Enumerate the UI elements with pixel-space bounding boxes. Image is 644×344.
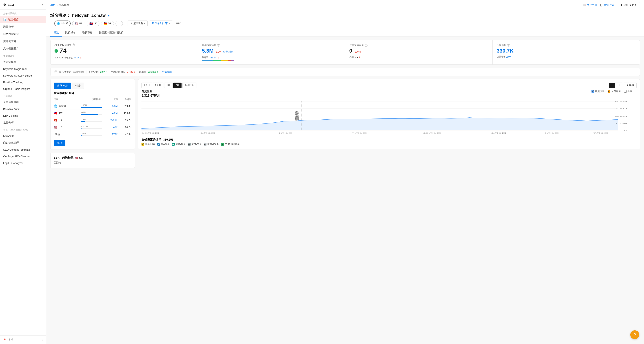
semrush-rank-value: 51.1K xyxy=(74,56,79,59)
backlinks-info-icon[interactable]: ? xyxy=(507,44,510,47)
sidebar-section-competitive: 竞争对手研究 xyxy=(0,10,46,16)
engagement-sep2: | xyxy=(108,70,109,74)
sidebar-item-backlink-analysis[interactable]: 反向链接分析 xyxy=(0,99,46,106)
chart-main-title: 自然流量 xyxy=(142,90,160,93)
kw-serp-checkbox[interactable] xyxy=(221,143,224,146)
manual-button[interactable]: 📖 用户手册 xyxy=(582,3,597,7)
sidebar-item-keyword-strategy[interactable]: Keyword Strategy Builder xyxy=(0,72,46,79)
sidebar-item-traffic-analysis[interactable]: 流量分析 xyxy=(0,23,46,31)
sidebar-item-domain-overview[interactable]: 📊 域名概览 xyxy=(0,16,46,23)
compare-button[interactable]: 比较 xyxy=(54,140,66,146)
sidebar-item-on-page-checker[interactable]: On Page SEO Checker xyxy=(0,153,46,160)
chart-export-button[interactable]: ⬆ 导出 xyxy=(624,83,636,88)
table-row: 🇺🇸 US <0.1% 45K 24.2K xyxy=(54,124,132,131)
filter-world-button[interactable]: 🌐 全世界 xyxy=(54,21,71,26)
ratio-cell-world: 100% xyxy=(81,104,104,108)
view-month-button[interactable]: 月 xyxy=(615,83,622,88)
sidebar-item-organic-research[interactable]: 自然搜索研究 xyxy=(0,31,46,38)
export-pdf-button[interactable]: ⬆ 导出成 PDF xyxy=(618,2,640,8)
sidebar-item-link-building[interactable]: Link Building xyxy=(0,112,46,119)
sidebar-item-keyword-gap[interactable]: 关键词差异 xyxy=(0,38,46,45)
date-filter-button[interactable]: 2024年9月17日 ▾ xyxy=(149,21,173,26)
sidebar-item-keyword-magic[interactable]: Keyword Magic Tool xyxy=(0,66,46,72)
paid-traffic-label: 付费搜索流量 ? xyxy=(349,44,488,47)
legend-organic-checkbox[interactable] xyxy=(592,90,594,93)
legend-paid-checkbox[interactable] xyxy=(608,90,610,93)
kw-4to10-checkbox[interactable] xyxy=(158,143,160,146)
sidebar-item-bulk-analysis[interactable]: 批量分析 xyxy=(0,119,46,126)
tab-compare-domains[interactable]: 比较域名 xyxy=(62,29,79,37)
tab-by-country[interactable]: 按国家/地区进行比较 xyxy=(96,29,126,37)
time-1year[interactable]: 1年 xyxy=(164,83,172,88)
sidebar-item-merchant-info[interactable]: 商家信息管理 xyxy=(0,139,46,146)
sidebar-local-item[interactable]: 📍 本地 › xyxy=(0,335,46,344)
legend-notes-checkbox[interactable] xyxy=(624,90,627,93)
sidebar-item-backlink-audit[interactable]: Backlink Audit xyxy=(0,106,46,112)
svg-text:3.2M: 3.2M xyxy=(615,115,627,117)
legend-notes[interactable]: 备注 xyxy=(624,90,632,93)
seo-logo-icon: ⚙ xyxy=(3,3,6,7)
time-all[interactable]: 全部时间 xyxy=(182,83,196,88)
lower-grid: 自然搜索 付费 按国家/地区划分 国家 流量比例 流量 关键词 🌐 xyxy=(50,79,640,171)
kw-legend-top3[interactable]: 排名前3名 xyxy=(142,143,155,146)
time-6months[interactable]: 6个月 xyxy=(153,83,164,88)
kw-51to100-checkbox[interactable] xyxy=(204,143,206,146)
table-row: 🇭🇰 HK 16% 858.1K 55.7K xyxy=(54,117,132,124)
time-2years[interactable]: 2年 xyxy=(173,83,182,88)
filter-uk-button[interactable]: 🇬🇧 UK xyxy=(87,21,100,26)
breadcrumb-parent[interactable]: 项目 xyxy=(50,3,56,7)
help-button[interactable]: ? xyxy=(630,330,639,339)
de-flag: 🇩🇪 xyxy=(104,22,107,25)
tab-growth-review[interactable]: 增长审核 xyxy=(79,29,96,37)
serp-card: SERP 精选结果 🇺🇸 US 23% xyxy=(50,153,135,168)
tab-organic-search[interactable]: 自然搜索 xyxy=(54,83,71,89)
kw-top3-checkbox[interactable] xyxy=(142,143,144,146)
time-1month[interactable]: 1个月 xyxy=(142,83,152,88)
sidebar-item-seo-content-template[interactable]: SEO Content Template xyxy=(0,146,46,153)
sidebar-item-position-tracking[interactable]: Position Tracking xyxy=(0,79,46,86)
sidebar-local-label: 本地 xyxy=(8,338,13,341)
sidebar-item-organic-insights[interactable]: Organic Traffic Insights xyxy=(0,86,46,92)
traffic-cell-other: 178K xyxy=(104,133,118,136)
keywords-cell-tw: 196.8K xyxy=(118,112,132,115)
sidebar-item-backlink-gap[interactable]: 反向链接差异 xyxy=(0,45,46,52)
paid-info-icon[interactable]: ? xyxy=(365,44,368,47)
sidebar-item-keyword-overview[interactable]: 关键词概览 xyxy=(0,58,46,66)
organic-detail-link[interactable]: 查看详情 xyxy=(223,50,233,54)
sidebar-header[interactable]: ⚙ SEO ▾ xyxy=(0,0,46,10)
tab-paid-search[interactable]: 付费 xyxy=(72,83,84,89)
device-filter-button[interactable]: 🖥 桌面设备 ▾ xyxy=(128,21,148,26)
kw-11to20-checkbox[interactable] xyxy=(172,143,175,146)
kw-legend-4to10[interactable]: 第4-10名 xyxy=(158,143,170,146)
show-all-link[interactable]: 全部显示 xyxy=(162,70,172,74)
view-export-controls: 天 月 ⬆ 导出 xyxy=(608,83,636,88)
kw-legend-21to50[interactable]: 第21-50名 xyxy=(188,143,202,146)
kw-21to50-checkbox[interactable] xyxy=(188,143,190,146)
by-country-title: 按国家/地区划分 xyxy=(54,91,132,95)
col-header-ratio: 流量比例 xyxy=(80,98,105,101)
filter-more-button[interactable]: ... xyxy=(116,21,123,26)
legend-paid[interactable]: 付费流量 xyxy=(608,90,621,93)
traffic-cell-hk: 858.1K xyxy=(104,119,118,122)
organic-keywords-trend: ↓ xyxy=(218,56,219,59)
authority-score-card: Authority Score ? 74 Semrush 域名排名 51.1K … xyxy=(50,40,198,65)
sidebar-item-site-audit[interactable]: Site Audit xyxy=(0,133,46,139)
sidebar: ⚙ SEO ▾ 竞争对手研究 📊 域名概览 流量分析 自然搜索研究 关键词差异 … xyxy=(0,0,46,344)
external-link-icon[interactable]: ⤢ xyxy=(107,14,110,17)
legend-organic[interactable]: 自然流量 xyxy=(592,90,604,93)
kw-legend-11to20[interactable]: 第11-20名 xyxy=(172,143,186,146)
location-icon: 📍 xyxy=(3,338,6,341)
uk-flag: 🇬🇧 xyxy=(89,22,93,25)
authority-info-icon[interactable]: ? xyxy=(72,44,75,46)
view-day-button[interactable]: 天 xyxy=(609,83,615,88)
view-toggle: 天 月 xyxy=(608,83,622,88)
feedback-button[interactable]: 💬 发送反馈 xyxy=(600,3,614,7)
organic-info-icon[interactable]: ? xyxy=(217,44,220,47)
kw-legend-51to100[interactable]: 第51-100名 xyxy=(204,143,218,146)
filter-us-button[interactable]: 🇺🇸 US xyxy=(72,21,85,26)
kw-legend-serp[interactable]: SERP精选结果 xyxy=(221,143,240,146)
engagement-info-icon[interactable]: ? xyxy=(54,71,57,73)
sidebar-item-log-file-analyzer[interactable]: Log File Analyzer xyxy=(0,160,46,166)
filter-de-button[interactable]: 🇩🇪 DE xyxy=(101,21,114,26)
tab-overview[interactable]: 概览 xyxy=(50,29,62,37)
